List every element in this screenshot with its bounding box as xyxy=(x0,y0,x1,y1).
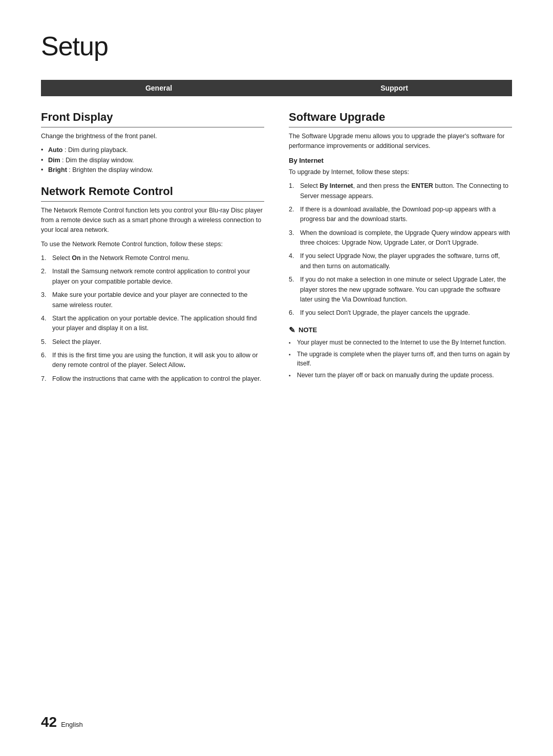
nrc-step-5: Select the player. xyxy=(41,337,264,347)
two-col-layout: Front Display Change the brightness of t… xyxy=(41,111,512,393)
nrc-step-1: Select On in the Network Remote Control … xyxy=(41,253,264,263)
bullet-dim-text: : Dim the display window. xyxy=(62,157,134,164)
bullet-bright: Bright : Brighten the display window. xyxy=(41,165,264,175)
network-remote-section: Network Remote Control The Network Remot… xyxy=(41,185,264,384)
nrc-step-4: Start the application on your portable d… xyxy=(41,314,264,334)
note-section: ✎ NOTE Your player must be connected to … xyxy=(289,326,512,380)
by-internet-intro: To upgrade by Internet, follow these ste… xyxy=(289,167,512,177)
bi-step-1-bold1: By Internet xyxy=(320,182,353,189)
nrc-step-7: Follow the instructions that came with t… xyxy=(41,374,264,384)
page-language: English xyxy=(61,721,83,728)
tab-bar: General Support xyxy=(41,80,512,96)
network-remote-steps: Select On in the Network Remote Control … xyxy=(41,253,264,384)
bi-step-1-bold2: ENTER xyxy=(411,182,433,189)
bullet-auto-text: : Dim during playback. xyxy=(65,146,128,154)
note-icon: ✎ xyxy=(289,326,295,335)
front-display-intro: Change the brightness of the front panel… xyxy=(41,132,264,141)
bi-step-5: If you do not make a selection in one mi… xyxy=(289,275,512,305)
network-remote-title: Network Remote Control xyxy=(41,185,264,202)
software-upgrade-intro: The Software Upgrade menu allows you to … xyxy=(289,132,512,152)
software-upgrade-section: Software Upgrade The Software Upgrade me… xyxy=(289,111,512,380)
network-remote-intro2: To use the Network Remote Control functi… xyxy=(41,240,264,249)
front-display-section: Front Display Change the brightness of t… xyxy=(41,111,264,176)
bullet-auto: Auto : Dim during playback. xyxy=(41,145,264,155)
nrc-step-1-bold: On xyxy=(72,254,80,262)
front-display-title: Front Display xyxy=(41,111,264,127)
nrc-step-3: Make sure your portable device and your … xyxy=(41,290,264,310)
by-internet-subsection: By Internet To upgrade by Internet, foll… xyxy=(289,157,512,380)
note-item-1: Your player must be connected to the Int… xyxy=(289,338,512,347)
tab-general[interactable]: General xyxy=(41,80,276,96)
page-footer: 42 English xyxy=(41,714,83,730)
network-remote-intro: The Network Remote Control function lets… xyxy=(41,206,264,235)
bullet-bright-bold: Bright xyxy=(48,166,67,174)
note-list: Your player must be connected to the Int… xyxy=(289,338,512,380)
col-left: Front Display Change the brightness of t… xyxy=(41,111,264,393)
bi-step-3: When the download is complete, the Upgra… xyxy=(289,228,512,248)
by-internet-steps: Select By Internet, and then press the E… xyxy=(289,181,512,318)
bullet-bright-text: : Brighten the display window. xyxy=(69,166,153,174)
note-item-3: Never turn the player off or back on man… xyxy=(289,371,512,380)
bullet-auto-bold: Auto xyxy=(48,146,62,154)
nrc-step-6: If this is the first time you are using … xyxy=(41,351,264,371)
note-item-2: The upgrade is complete when the player … xyxy=(289,350,512,368)
page-title: Setup xyxy=(41,31,512,61)
bi-step-2: If there is a download available, the Do… xyxy=(289,205,512,225)
tab-support[interactable]: Support xyxy=(276,80,512,96)
page-number: 42 xyxy=(41,714,57,730)
bi-step-1: Select By Internet, and then press the E… xyxy=(289,181,512,201)
col-right: Software Upgrade The Software Upgrade me… xyxy=(289,111,512,393)
note-label: NOTE xyxy=(299,326,317,334)
bullet-dim: Dim : Dim the display window. xyxy=(41,156,264,165)
bi-step-4: If you select Upgrade Now, the player up… xyxy=(289,251,512,271)
nrc-step-2: Install the Samsung network remote contr… xyxy=(41,267,264,287)
page-container: Setup General Support Front Display Chan… xyxy=(0,0,553,756)
software-upgrade-title: Software Upgrade xyxy=(289,111,512,127)
bi-step-6: If you select Don't Upgrade, the player … xyxy=(289,308,512,318)
by-internet-title: By Internet xyxy=(289,157,512,164)
bullet-dim-bold: Dim xyxy=(48,157,60,164)
front-display-bullets: Auto : Dim during playback. Dim : Dim th… xyxy=(41,145,264,175)
note-header: ✎ NOTE xyxy=(289,326,512,335)
